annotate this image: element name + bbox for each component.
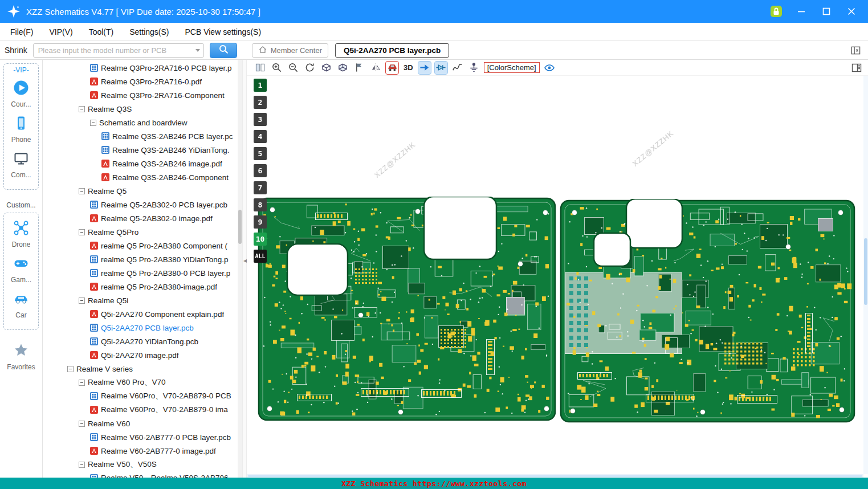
tree-collapse-icon[interactable] (67, 366, 74, 372)
mirror-flip-icon[interactable] (369, 62, 382, 74)
dropdown-caret-icon[interactable] (195, 49, 200, 52)
layer-button-1[interactable]: 1 (254, 79, 267, 92)
search-input[interactable] (33, 43, 204, 58)
layer-button-9[interactable]: 9 (254, 215, 267, 229)
layer-button-3[interactable]: 3 (254, 113, 267, 126)
zoom-out-icon[interactable] (287, 62, 299, 74)
tree-item[interactable]: Realme Q5 (43, 184, 238, 198)
color-scheme-button[interactable]: [ColorScheme] (484, 63, 539, 72)
license-icon[interactable] (768, 3, 785, 20)
minimize-button[interactable] (793, 3, 810, 20)
layer-button-4[interactable]: 4 (254, 130, 267, 143)
tree-item[interactable]: Q5i-2AA270 image.pdf (43, 348, 238, 362)
diode-icon[interactable] (435, 62, 447, 74)
layer-button-5[interactable]: 5 (254, 147, 267, 160)
panel-splitter[interactable]: ◀ (242, 60, 247, 478)
tree-scrollbar[interactable] (238, 60, 242, 478)
flag-icon[interactable] (353, 62, 365, 74)
shrink-button[interactable]: Shrink (5, 46, 27, 55)
tree-item[interactable]: Q5i-2AA270 Component explain.pdf (43, 307, 238, 321)
tree-item[interactable]: Realme V50、Realme V50S-2AB706 (43, 471, 238, 478)
tree-item[interactable]: Realme V60-2AB777-0 image.pdf (43, 444, 238, 458)
maximize-button[interactable] (818, 3, 835, 20)
layer-button-8[interactable]: 8 (254, 198, 267, 211)
split-view-icon[interactable] (254, 62, 266, 74)
tree-item[interactable]: Realme Q3Pro-2RA716-0 PCB layer.p (43, 61, 238, 75)
rotate-icon[interactable] (303, 62, 316, 74)
three-d-button[interactable]: 3D (402, 63, 414, 72)
member-center-button[interactable]: Member Center (252, 43, 328, 58)
tree-item[interactable]: Realme Q5Pro (43, 225, 238, 239)
menu-settings[interactable]: Settings(S) (129, 27, 169, 36)
tree-item[interactable]: Realme Q3Pro-2RA716-Component (43, 88, 238, 102)
layers-panel-icon[interactable] (851, 62, 862, 76)
horizontal-scrollbar[interactable] (247, 474, 863, 478)
tree-item[interactable]: Realme Q3S-2AB246 YiDianTong. (43, 143, 238, 157)
tree-collapse-icon[interactable] (79, 229, 85, 235)
search-button[interactable] (210, 43, 237, 58)
sidebar-item-favorites[interactable]: Favorites (0, 343, 42, 371)
board-bottom-icon[interactable] (336, 62, 349, 74)
pcb-canvas[interactable] (247, 76, 868, 478)
status-link[interactable]: XZZ Schematics https://www.xzztools.com (341, 479, 527, 488)
sidebar-item-phone[interactable]: Phone (4, 115, 38, 144)
tree-collapse-icon[interactable] (79, 188, 85, 194)
tree-scrollbar-thumb[interactable] (238, 210, 242, 244)
sidebar-item-com[interactable]: Com... (4, 150, 38, 179)
tree-collapse-icon[interactable] (90, 120, 96, 126)
tree-item[interactable]: Realme Q3S (43, 102, 238, 116)
tree-item[interactable]: realme Q5 Pro-2AB380 YiDianTong.p (43, 252, 238, 266)
jump-arrow-icon[interactable] (418, 62, 431, 74)
tree-collapse-icon[interactable] (79, 380, 85, 386)
tree-item[interactable]: Realme V series (43, 362, 238, 376)
tree-item[interactable]: Realme Q3Pro-2RA716-0.pdf (43, 75, 238, 88)
car-mode-icon[interactable] (386, 62, 398, 74)
tree-item[interactable]: Realme Q5-2AB302-0 PCB layer.pcb (43, 198, 238, 211)
sidebar-item-cour[interactable]: Cour... (4, 80, 38, 108)
tree-item[interactable]: Realme Q5i (43, 294, 238, 307)
tree-collapse-icon[interactable] (79, 421, 85, 427)
vertical-scrollbar[interactable] (863, 76, 868, 474)
menu-pcb-view-settings[interactable]: PCB View settings(S) (185, 27, 261, 36)
tree-item[interactable]: Schematic and boardview (43, 116, 238, 129)
sidebar-item-car[interactable]: Car (4, 291, 38, 319)
active-pcb-tab[interactable]: Q5i-2AA270 PCB layer.pcb (335, 43, 449, 58)
sidebar-item-drone[interactable]: Drone (4, 220, 38, 248)
tree-item[interactable]: Realme Q3S-2AB246-Component (43, 170, 238, 184)
tree-item[interactable]: realme Q5 Pro-2AB380-0 PCB layer.p (43, 266, 238, 280)
sidebar-item-gam[interactable]: Gam... (4, 255, 38, 284)
board-top-icon[interactable] (320, 62, 332, 74)
layer-button-7[interactable]: 7 (254, 181, 267, 194)
tree-item[interactable]: Realme Q5-2AB302-0 image.pdf (43, 211, 238, 225)
menu-vip[interactable]: VIP(V) (49, 27, 72, 36)
zoom-in-icon[interactable] (270, 62, 283, 74)
vertical-scrollbar-thumb[interactable] (864, 238, 867, 305)
tree-item[interactable]: Q5i-2AA270 YiDianTong.pcb (43, 335, 238, 348)
tree-item[interactable]: Realme V60 Pro、V70 (43, 376, 238, 389)
menu-file[interactable]: File(F) (10, 27, 33, 36)
tree-item[interactable]: Realme V60-2AB777-0 PCB layer.pcb (43, 430, 238, 444)
horizontal-scrollbar-thumb[interactable] (248, 475, 862, 477)
tree-item[interactable]: realme Q5 Pro-2AB380-image.pdf (43, 280, 238, 294)
tree-item[interactable]: Realme V50、V50S (43, 458, 238, 471)
eye-icon[interactable] (543, 62, 556, 74)
tree-collapse-icon[interactable] (79, 298, 85, 304)
tree-item[interactable]: Realme Q3S-2AB246 image.pdf (43, 157, 238, 170)
tree-item[interactable]: Realme V60Pro、V70-2AB879-0 PCB (43, 389, 238, 403)
tree-collapse-icon[interactable] (79, 106, 85, 112)
tree-item[interactable]: Realme V60 (43, 417, 238, 430)
close-button[interactable] (843, 3, 860, 20)
layer-button-6[interactable]: 6 (254, 164, 267, 177)
tree-item[interactable]: Realme V60Pro、V70-2AB879-0 ima (43, 403, 238, 417)
curve-icon[interactable] (451, 62, 464, 74)
menu-tool[interactable]: Tool(T) (89, 27, 114, 36)
layer-button-all[interactable]: ALL (254, 250, 267, 263)
tree-item[interactable]: realme Q5 Pro-2AB380 Component ( (43, 239, 238, 252)
ground-icon[interactable] (468, 62, 480, 74)
tree-item[interactable]: Q5i-2AA270 PCB layer.pcb (43, 321, 238, 335)
layer-button-10[interactable]: 10 (254, 233, 267, 246)
tree-collapse-icon[interactable] (79, 462, 85, 468)
layer-button-2[interactable]: 2 (254, 96, 267, 109)
tree-item[interactable]: Realme Q3S-2AB246 PCB layer.pc (43, 129, 238, 143)
close-panel-icon[interactable] (850, 45, 861, 56)
